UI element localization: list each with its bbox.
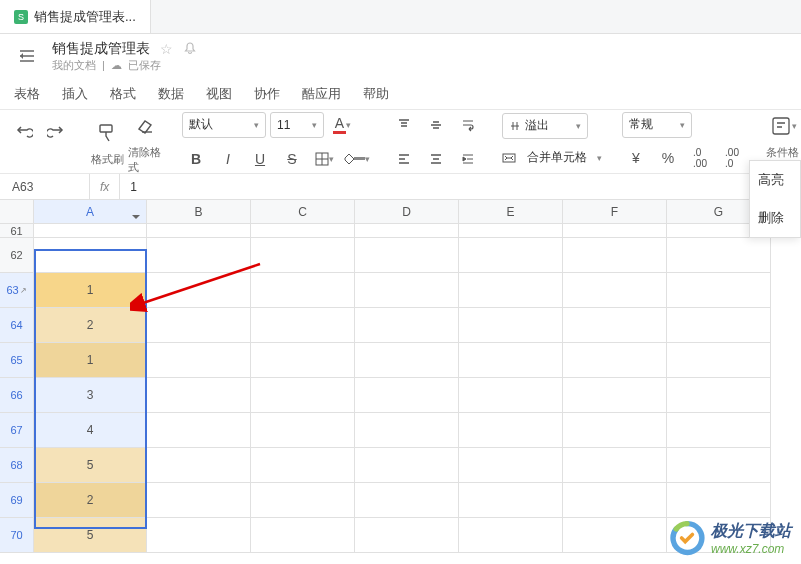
font-name-select[interactable]: 默认 ▾ (182, 112, 266, 138)
col-header-F[interactable]: F (563, 200, 667, 224)
cell-D70[interactable] (355, 518, 459, 553)
cell-G62[interactable] (667, 238, 771, 273)
cell-A66[interactable]: 3 (34, 378, 147, 413)
menu-format[interactable]: 格式 (110, 85, 136, 103)
select-all-corner[interactable] (0, 200, 34, 224)
row-header-67[interactable]: 67 (0, 413, 34, 448)
cell-C63[interactable] (251, 273, 355, 308)
cell-A67[interactable]: 4 (34, 413, 147, 448)
menu-delete[interactable]: 删除 (750, 199, 800, 237)
cell-E61[interactable] (459, 224, 563, 238)
cell-B67[interactable] (147, 413, 251, 448)
cell-B61[interactable] (147, 224, 251, 238)
row-header-64[interactable]: 64 (0, 308, 34, 343)
cell-C62[interactable] (251, 238, 355, 273)
border-button[interactable]: ▾ (310, 145, 338, 173)
font-color-button[interactable]: A▾ (328, 111, 356, 139)
row-header-70[interactable]: 70 (0, 518, 34, 553)
align-left-button[interactable] (390, 145, 418, 173)
cell-A64[interactable]: 2 (34, 308, 147, 343)
row-header-69[interactable]: 69 (0, 483, 34, 518)
cell-F62[interactable] (563, 238, 667, 273)
cell-D65[interactable] (355, 343, 459, 378)
cell-A61[interactable] (34, 224, 147, 238)
merge-cells-button[interactable]: 合并单元格 ▾ (502, 145, 602, 171)
align-center-button[interactable] (422, 145, 450, 173)
col-header-E[interactable]: E (459, 200, 563, 224)
format-painter-button[interactable] (90, 116, 124, 150)
collapse-sidebar-button[interactable] (16, 45, 38, 67)
cell-G68[interactable] (667, 448, 771, 483)
col-header-C[interactable]: C (251, 200, 355, 224)
cell-B65[interactable] (147, 343, 251, 378)
cell-F63[interactable] (563, 273, 667, 308)
cell-G66[interactable] (667, 378, 771, 413)
cell-C69[interactable] (251, 483, 355, 518)
cell-G69[interactable] (667, 483, 771, 518)
cell-D67[interactable] (355, 413, 459, 448)
redo-button[interactable] (42, 117, 70, 145)
menu-collab[interactable]: 协作 (254, 85, 280, 103)
cell-A70[interactable]: 5 (34, 518, 147, 553)
row-header-63[interactable]: 63↗ (0, 273, 34, 308)
cell-G65[interactable] (667, 343, 771, 378)
cell-G63[interactable] (667, 273, 771, 308)
row-header-65[interactable]: 65 (0, 343, 34, 378)
cell-C64[interactable] (251, 308, 355, 343)
cell-C67[interactable] (251, 413, 355, 448)
cell-F69[interactable] (563, 483, 667, 518)
cell-B64[interactable] (147, 308, 251, 343)
percent-button[interactable]: % (654, 144, 682, 172)
decimal-increase-button[interactable]: .00.0 (718, 144, 746, 172)
italic-button[interactable]: I (214, 145, 242, 173)
cell-A69[interactable]: 2 (34, 483, 147, 518)
cell-B66[interactable] (147, 378, 251, 413)
formula-input[interactable]: 1 (120, 180, 147, 194)
cell-E66[interactable] (459, 378, 563, 413)
cell-C70[interactable] (251, 518, 355, 553)
conditional-format-button[interactable]: ▾ (766, 109, 800, 143)
valign-middle-button[interactable] (422, 111, 450, 139)
cell-F65[interactable] (563, 343, 667, 378)
menu-table[interactable]: 表格 (14, 85, 40, 103)
menu-insert[interactable]: 插入 (62, 85, 88, 103)
cell-E65[interactable] (459, 343, 563, 378)
cell-F68[interactable] (563, 448, 667, 483)
currency-button[interactable]: ¥ (622, 144, 650, 172)
cell-D64[interactable] (355, 308, 459, 343)
cell-F61[interactable] (563, 224, 667, 238)
cell-B63[interactable] (147, 273, 251, 308)
cell-A65[interactable]: 1 (34, 343, 147, 378)
cell-G64[interactable] (667, 308, 771, 343)
menu-coolapp[interactable]: 酷应用 (302, 85, 341, 103)
cell-C61[interactable] (251, 224, 355, 238)
cell-E68[interactable] (459, 448, 563, 483)
bell-icon[interactable] (183, 42, 197, 56)
undo-button[interactable] (10, 117, 38, 145)
indent-button[interactable] (454, 145, 482, 173)
number-format-select[interactable]: 常规 ▾ (622, 112, 692, 138)
cell-E67[interactable] (459, 413, 563, 448)
valign-top-button[interactable] (390, 111, 418, 139)
cell-D66[interactable] (355, 378, 459, 413)
menu-data[interactable]: 数据 (158, 85, 184, 103)
menu-view[interactable]: 视图 (206, 85, 232, 103)
cell-F64[interactable] (563, 308, 667, 343)
col-header-B[interactable]: B (147, 200, 251, 224)
cell-F67[interactable] (563, 413, 667, 448)
bold-button[interactable]: B (182, 145, 210, 173)
cell-G67[interactable] (667, 413, 771, 448)
underline-button[interactable]: U (246, 145, 274, 173)
fx-icon[interactable]: fx (90, 174, 120, 199)
cell-C65[interactable] (251, 343, 355, 378)
fill-color-button[interactable]: ▾ (342, 145, 370, 173)
star-icon[interactable]: ☆ (160, 41, 173, 57)
cell-A68[interactable]: 5 (34, 448, 147, 483)
cell-F66[interactable] (563, 378, 667, 413)
decimal-decrease-button[interactable]: .0.00 (686, 144, 714, 172)
cell-B70[interactable] (147, 518, 251, 553)
cell-B69[interactable] (147, 483, 251, 518)
menu-highlight[interactable]: 高亮 (750, 161, 800, 199)
cell-E64[interactable] (459, 308, 563, 343)
cell-D63[interactable] (355, 273, 459, 308)
